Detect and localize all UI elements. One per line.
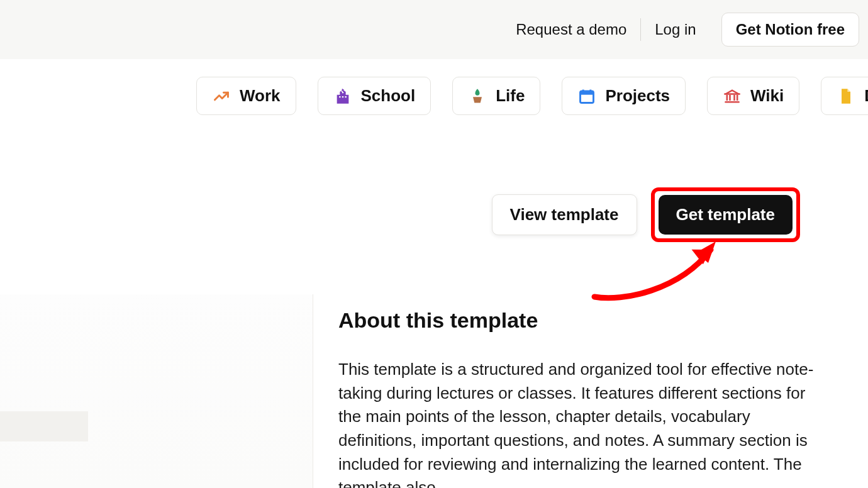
category-label: Projects bbox=[605, 86, 670, 106]
top-header: Request a demo Log in Get Notion free bbox=[0, 0, 868, 59]
about-body: This template is a structured and organi… bbox=[338, 358, 816, 488]
category-row: Work School Life Projects Wiki Docs bbox=[0, 59, 868, 115]
annotation-highlight: Get template bbox=[651, 187, 801, 242]
library-icon bbox=[723, 87, 742, 106]
about-section: About this template This template is a s… bbox=[338, 308, 816, 488]
document-icon bbox=[837, 87, 855, 106]
template-preview-panel bbox=[0, 294, 313, 488]
annotation-arrow-icon bbox=[585, 234, 730, 309]
svg-marker-6 bbox=[689, 247, 711, 265]
calendar-icon bbox=[577, 87, 596, 106]
login-link[interactable]: Log in bbox=[641, 16, 709, 43]
school-building-icon bbox=[333, 87, 352, 106]
plant-pot-icon bbox=[468, 87, 487, 106]
svg-marker-7 bbox=[696, 241, 716, 263]
category-life[interactable]: Life bbox=[452, 77, 540, 115]
about-heading: About this template bbox=[338, 308, 816, 333]
category-label: Life bbox=[496, 86, 525, 106]
category-projects[interactable]: Projects bbox=[562, 77, 686, 115]
view-template-button[interactable]: View template bbox=[492, 194, 637, 235]
category-label: Docs bbox=[864, 86, 868, 106]
get-notion-free-button[interactable]: Get Notion free bbox=[721, 13, 859, 47]
category-wiki[interactable]: Wiki bbox=[707, 77, 799, 115]
svg-rect-3 bbox=[581, 91, 594, 94]
category-docs[interactable]: Docs bbox=[821, 77, 868, 115]
preview-placeholder-block bbox=[0, 411, 88, 441]
template-actions: View template Get template bbox=[492, 187, 800, 242]
category-label: School bbox=[361, 86, 416, 106]
get-template-button[interactable]: Get template bbox=[659, 195, 793, 235]
category-label: Work bbox=[240, 86, 281, 106]
category-label: Wiki bbox=[750, 86, 784, 106]
category-work[interactable]: Work bbox=[196, 77, 296, 115]
request-demo-link[interactable]: Request a demo bbox=[502, 16, 640, 43]
category-school[interactable]: School bbox=[318, 77, 431, 115]
chart-line-up-icon bbox=[212, 87, 231, 106]
